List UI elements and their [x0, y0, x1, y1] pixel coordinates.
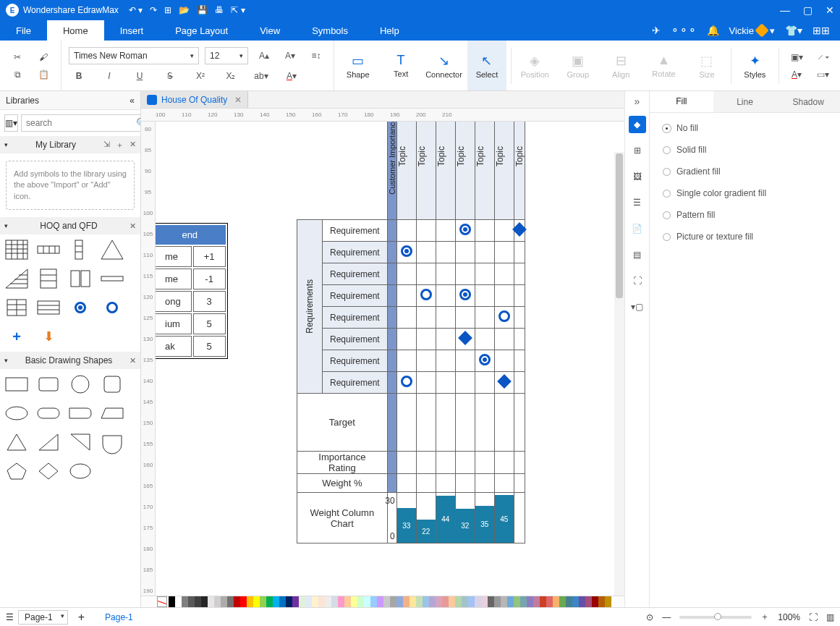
- color-swatch[interactable]: [514, 596, 520, 607]
- color-swatch[interactable]: [221, 596, 227, 607]
- add-symbol-icon[interactable]: ＋: [116, 140, 124, 151]
- minimize-icon[interactable]: —: [780, 4, 790, 16]
- document-tab[interactable]: House Of Quality ✕: [141, 91, 248, 108]
- color-swatch[interactable]: [208, 596, 214, 607]
- redo-icon[interactable]: ↷: [150, 5, 157, 15]
- bold-icon[interactable]: B: [69, 67, 89, 85]
- color-swatch[interactable]: [533, 596, 540, 607]
- color-swatch[interactable]: [351, 596, 357, 607]
- menu-page-layout[interactable]: Page Layout: [159, 20, 244, 41]
- font-color-icon[interactable]: A▾: [281, 67, 302, 85]
- zoom-slider[interactable]: [679, 616, 752, 619]
- fit-width-icon[interactable]: ⊙: [646, 612, 653, 622]
- lib-shape[interactable]: [36, 402, 61, 424]
- lib-shape[interactable]: [68, 373, 93, 395]
- page-fit-icon[interactable]: ▥: [826, 612, 834, 622]
- lib-shape[interactable]: [36, 297, 61, 318]
- add-page-button[interactable]: +: [72, 611, 90, 624]
- hoq-qfd-category[interactable]: HOQ and QFD ✕: [0, 217, 140, 234]
- color-swatch[interactable]: [318, 596, 325, 607]
- zoom-in-icon[interactable]: ＋: [760, 611, 769, 623]
- crop-tool-icon[interactable]: ⟋▾: [813, 48, 833, 66]
- present-panel-icon[interactable]: ▾▢: [629, 298, 646, 316]
- color-swatch[interactable]: [240, 596, 247, 607]
- menu-symbols[interactable]: Symbols: [296, 20, 364, 41]
- user-menu[interactable]: Vickie ▾: [729, 25, 775, 36]
- my-library-category[interactable]: My Library ⇲＋✕: [0, 136, 140, 153]
- color-swatch[interactable]: [182, 596, 188, 607]
- color-swatch[interactable]: [312, 596, 318, 607]
- color-swatch[interactable]: [455, 596, 462, 607]
- outline-tool-icon[interactable]: ▭▾: [813, 66, 833, 83]
- color-swatch[interactable]: [598, 596, 605, 607]
- color-swatch[interactable]: [377, 596, 383, 607]
- fullscreen-icon[interactable]: ⛶: [809, 612, 818, 622]
- color-swatch[interactable]: [195, 596, 201, 607]
- text-button[interactable]: TText: [381, 41, 420, 90]
- grid-panel-icon[interactable]: ⊞: [629, 142, 646, 159]
- page-select[interactable]: Page-1: [18, 610, 68, 625]
- page-tab[interactable]: Page-1: [95, 612, 143, 622]
- layers-panel-icon[interactable]: ☰: [629, 194, 646, 211]
- color-swatch[interactable]: [520, 596, 527, 607]
- color-swatch[interactable]: [338, 596, 344, 607]
- line-spacing-icon[interactable]: ≡↕: [306, 47, 326, 64]
- styles-button[interactable]: ✦Styles: [736, 41, 774, 90]
- color-swatch[interactable]: [546, 596, 553, 607]
- color-swatch[interactable]: [475, 596, 481, 607]
- option-picture-fill[interactable]: Picture or texture fill: [663, 232, 827, 242]
- zoom-out-icon[interactable]: —: [662, 612, 671, 622]
- color-swatch[interactable]: [390, 596, 396, 607]
- lib-shape[interactable]: [4, 239, 29, 261]
- save-icon[interactable]: 💾: [197, 5, 208, 15]
- close-doc-icon[interactable]: ✕: [234, 95, 242, 105]
- color-swatch[interactable]: [175, 596, 182, 607]
- color-swatch[interactable]: [403, 596, 410, 607]
- color-swatch[interactable]: [592, 596, 598, 607]
- open-icon[interactable]: 📂: [179, 5, 190, 15]
- text-panel-icon[interactable]: ▤: [629, 246, 646, 263]
- color-swatch[interactable]: [279, 596, 286, 607]
- color-swatch[interactable]: [299, 596, 305, 607]
- lib-shape[interactable]: [68, 431, 93, 453]
- basic-shapes-category[interactable]: Basic Drawing Shapes ✕: [0, 352, 140, 369]
- lib-shape-medium-icon[interactable]: [100, 297, 124, 318]
- lib-shape[interactable]: [4, 431, 29, 453]
- color-swatch[interactable]: [585, 596, 592, 607]
- underline-icon[interactable]: U: [130, 67, 150, 85]
- color-swatch[interactable]: [501, 596, 507, 607]
- cut-icon[interactable]: ✂: [7, 48, 27, 66]
- color-swatch[interactable]: [305, 596, 312, 607]
- fill-tool-icon[interactable]: ▣▾: [786, 48, 807, 66]
- lib-shape[interactable]: [100, 373, 124, 395]
- color-swatch[interactable]: [383, 596, 390, 607]
- vertical-scrollbar[interactable]: [614, 152, 624, 596]
- send-icon[interactable]: ✈: [652, 25, 661, 36]
- grow-font-icon[interactable]: A▴: [254, 47, 274, 64]
- fill-panel-icon[interactable]: ◆: [629, 116, 646, 133]
- lib-shape[interactable]: [4, 402, 29, 424]
- close-icon[interactable]: ✕: [826, 4, 834, 16]
- option-solid-fill[interactable]: Solid fill: [663, 145, 827, 155]
- canvas[interactable]: end me+1me-1ong3ium5ak5 Customer Importa…: [156, 122, 624, 596]
- color-swatch[interactable]: [468, 596, 475, 607]
- maximize-icon[interactable]: ▢: [803, 4, 813, 16]
- expand-panel-icon[interactable]: »: [635, 96, 640, 107]
- apps-icon[interactable]: ⊞⊞: [813, 25, 830, 36]
- color-swatch[interactable]: [416, 596, 423, 607]
- lib-shape[interactable]: [4, 297, 29, 318]
- lib-shape[interactable]: [100, 402, 124, 424]
- color-swatch[interactable]: [331, 596, 338, 607]
- color-swatch[interactable]: [527, 596, 533, 607]
- search-icon[interactable]: 🔍: [136, 117, 141, 129]
- lib-shape-arrow-icon[interactable]: ⬇: [36, 326, 61, 347]
- color-swatch[interactable]: [579, 596, 585, 607]
- color-swatch[interactable]: [247, 596, 253, 607]
- collapse-library-icon[interactable]: «: [130, 96, 135, 106]
- option-single-gradient-fill[interactable]: Single color gradient fill: [663, 188, 827, 198]
- lib-shape[interactable]: [36, 373, 61, 395]
- bell-icon[interactable]: 🔔: [707, 25, 719, 36]
- color-swatch[interactable]: [201, 596, 208, 607]
- shape-button[interactable]: ▭Shape: [339, 41, 377, 90]
- format-painter-icon[interactable]: 🖌: [33, 48, 54, 66]
